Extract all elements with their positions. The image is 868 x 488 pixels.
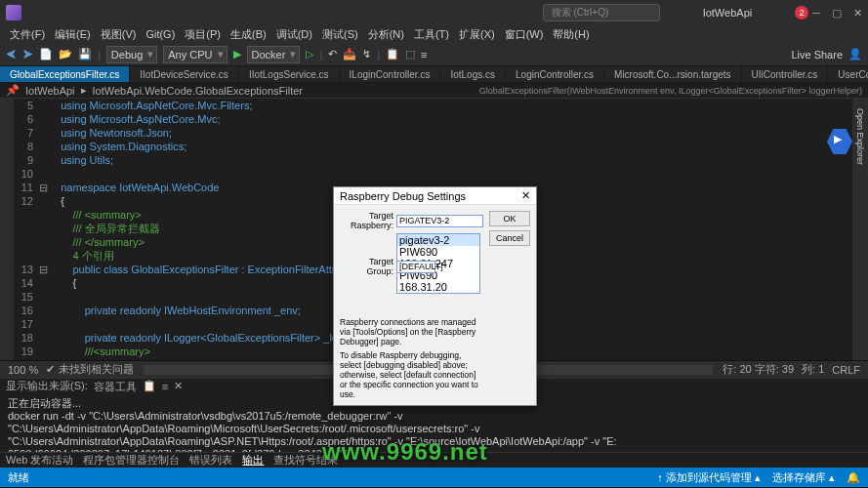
menu-item[interactable]: Git(G) bbox=[142, 28, 179, 40]
zoom-level[interactable]: 100 % bbox=[8, 364, 38, 376]
save-icon[interactable]: 💾 bbox=[78, 48, 92, 61]
dialog-note: Raspberry connections are managed via [T… bbox=[340, 317, 483, 346]
output-source-label: 显示输出来源(S): bbox=[6, 379, 88, 393]
menu-item[interactable]: 调试(D) bbox=[272, 27, 316, 42]
open-icon[interactable]: 📂 bbox=[59, 48, 72, 61]
output-tab[interactable]: Web 发布活动 bbox=[6, 453, 73, 468]
pin-icon[interactable]: 📌 bbox=[6, 84, 20, 97]
output-tool-icon[interactable]: 📋 bbox=[143, 380, 156, 392]
document-tab[interactable]: LoginController.cs bbox=[506, 66, 604, 82]
dialog-title: Raspberry Debug Settings bbox=[340, 190, 466, 202]
output-tab[interactable]: 错误列表 bbox=[189, 453, 232, 468]
repo-select-button[interactable]: 选择存储库 ▴ bbox=[772, 470, 835, 485]
nav-fwd-icon[interactable]: ⮞ bbox=[22, 49, 33, 61]
menu-item[interactable]: 帮助(H) bbox=[549, 27, 593, 42]
document-tab[interactable]: GlobalExceptionsFilter.cs bbox=[0, 66, 130, 82]
crumb-member[interactable]: GlobalExceptionsFilter(IWebHostEnvironme… bbox=[479, 86, 862, 96]
group-dropdown[interactable]: [DEFAULT] bbox=[396, 261, 435, 273]
solution-name: IotWebApi bbox=[703, 7, 753, 19]
menubar: 文件(F)编辑(E)视图(V)Git(G)项目(P)生成(B)调试(D)测试(S… bbox=[0, 25, 868, 43]
menu-item[interactable]: 视图(V) bbox=[97, 27, 141, 42]
toolbar: ⮜ ⮞ 📄 📂 💾 | Debug Any CPU ▶ Docker ▷ | ↶… bbox=[0, 43, 868, 66]
right-rail: Open Explorer bbox=[852, 99, 868, 360]
document-tabs: GlobalExceptionsFilter.csIIotDeviceServi… bbox=[0, 66, 868, 83]
notifications-icon[interactable]: 🔔 bbox=[847, 471, 860, 484]
watermark-text: www.9969.net bbox=[322, 438, 488, 466]
close-icon[interactable]: ✕ bbox=[853, 7, 862, 20]
raspberry-debug-dialog: Raspberry Debug Settings ✕ Target Raspbe… bbox=[333, 186, 537, 406]
vs-logo-icon bbox=[6, 5, 21, 20]
status-ready: 就绪 bbox=[8, 470, 29, 485]
menu-item[interactable]: 文件(F) bbox=[6, 27, 49, 42]
menu-item[interactable]: 分析(N) bbox=[364, 27, 408, 42]
document-tab[interactable]: Microsoft.Co...rsion.targets bbox=[604, 66, 741, 82]
menu-item[interactable]: 生成(B) bbox=[227, 27, 270, 42]
toolbar-icon[interactable]: ≡ bbox=[421, 49, 427, 61]
dialog-note: To disable Raspberry debugging, select [… bbox=[340, 350, 483, 399]
dialog-close-icon[interactable]: ✕ bbox=[521, 189, 530, 202]
notification-badge[interactable]: 2 bbox=[795, 6, 808, 20]
output-tab[interactable]: 程序包管理器控制台 bbox=[83, 453, 180, 468]
toolbar-icon[interactable]: ↯ bbox=[362, 48, 371, 61]
menu-item[interactable]: 测试(S) bbox=[318, 27, 362, 42]
source-control-button[interactable]: ↑ 添加到源代码管理 ▴ bbox=[657, 470, 761, 485]
cancel-button[interactable]: Cancel bbox=[489, 230, 530, 246]
menu-item[interactable]: 工具(T) bbox=[410, 27, 453, 42]
menu-item[interactable]: 编辑(E) bbox=[51, 27, 95, 42]
nav-back-icon[interactable]: ⮜ bbox=[6, 49, 17, 61]
cursor-pos: 行: 20 字符: 39 bbox=[723, 362, 794, 377]
target-dropdown[interactable]: PIGATEV3-2 bbox=[396, 215, 483, 227]
new-file-icon[interactable]: 📄 bbox=[39, 48, 53, 61]
menu-item[interactable]: 窗口(W) bbox=[501, 27, 548, 42]
document-tab[interactable]: UIiController.cs bbox=[742, 66, 829, 82]
dialog-titlebar[interactable]: Raspberry Debug Settings ✕ bbox=[334, 187, 536, 205]
maximize-icon[interactable]: ▢ bbox=[832, 7, 842, 20]
output-tab[interactable]: 输出 bbox=[242, 453, 264, 468]
minimize-icon[interactable]: ─ bbox=[812, 7, 820, 20]
target-label: Target Raspberry: bbox=[340, 211, 393, 230]
line-ending[interactable]: CRLF bbox=[832, 364, 860, 376]
document-tab[interactable]: ILoginController.cs bbox=[340, 66, 441, 82]
output-source-dropdown[interactable]: 容器工具 bbox=[94, 380, 137, 393]
target-dropdown[interactable]: Docker bbox=[247, 46, 301, 63]
document-tab[interactable]: IIotDeviceService.cs bbox=[130, 66, 239, 82]
toolbar-icon[interactable]: ↶ bbox=[328, 48, 337, 61]
solution-explorer-tab[interactable]: Open Explorer bbox=[855, 108, 865, 165]
config-dropdown[interactable]: Debug bbox=[106, 46, 157, 63]
titlebar: 搜索 (Ctrl+Q) IotWebApi 2 ─ ▢ ✕ bbox=[0, 0, 868, 25]
search-input[interactable]: 搜索 (Ctrl+Q) bbox=[543, 4, 660, 21]
document-tab[interactable]: IotLogs.cs bbox=[440, 66, 506, 82]
issues-text: 未找到相关问题 bbox=[59, 362, 134, 377]
platform-dropdown[interactable]: Any CPU bbox=[163, 46, 227, 63]
document-tab[interactable]: IIotLogsService.cs bbox=[239, 66, 340, 82]
output-tool-icon[interactable]: ≡ bbox=[162, 381, 168, 392]
breadcrumb: 📌 IotWebApi ▸ IotWebApi.WebCode.GlobalEx… bbox=[0, 83, 868, 99]
document-tab[interactable]: UserController.cs bbox=[828, 66, 868, 82]
menu-item[interactable]: 扩展(X) bbox=[455, 27, 499, 42]
output-tool-icon[interactable]: ✕ bbox=[174, 380, 183, 392]
left-gutter bbox=[0, 99, 14, 360]
statusbar: 就绪 ↑ 添加到源代码管理 ▴ 选择存储库 ▴ 🔔 bbox=[0, 468, 868, 487]
group-label: Target Group: bbox=[340, 257, 393, 276]
start-debug-button[interactable]: ▶ bbox=[233, 48, 241, 61]
toolbar-icon[interactable]: 📥 bbox=[343, 48, 356, 61]
ok-button[interactable]: OK bbox=[489, 211, 530, 226]
crumb-project[interactable]: IotWebApi bbox=[25, 85, 75, 97]
live-share-button[interactable]: Live Share bbox=[791, 49, 843, 61]
toolbar-icon[interactable]: 📋 bbox=[386, 48, 399, 61]
list-item[interactable]: pigatev3-2 bbox=[397, 234, 479, 246]
toolbar-icon[interactable]: ⬚ bbox=[405, 48, 415, 61]
start-no-debug-button[interactable]: ▷ bbox=[306, 48, 313, 61]
feedback-icon[interactable]: 👤 bbox=[848, 48, 862, 61]
menu-item[interactable]: 项目(P) bbox=[181, 27, 225, 42]
crumb-namespace[interactable]: IotWebApi.WebCode.GlobalExceptionsFilter bbox=[93, 85, 303, 97]
